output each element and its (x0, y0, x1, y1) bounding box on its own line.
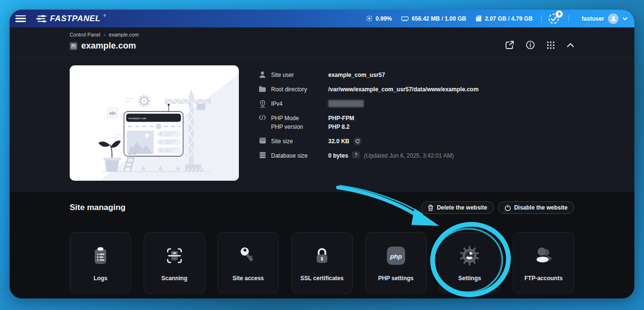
site-size-value: 32.0 KB (328, 137, 349, 146)
breadcrumb: Control Panel › example.com (70, 32, 139, 37)
info-row-root-directory: Root directory /var/www/example_com_usr5… (259, 85, 574, 94)
database-size-updated: (Updated Jun 6, 2025, 3:42:01 AM) (364, 151, 454, 160)
info-row-ipv4: IPv4 (259, 99, 574, 108)
info-icon (526, 40, 535, 50)
refresh-site-size-button[interactable] (353, 137, 362, 146)
disk-usage-value: 2.07 GB / 4.79 GB (485, 15, 533, 22)
tile-ssl-certificates[interactable]: SSL certificates (291, 232, 353, 294)
user-menu[interactable]: fastuser (582, 13, 628, 24)
page-header: Control Panel › example.com example.com (10, 27, 634, 58)
tile-php-settings[interactable]: php PHP settings (365, 232, 427, 294)
managing-tiles: Logs (70, 232, 574, 294)
notifications-count-badge: 0 (556, 11, 563, 18)
gear-icon (458, 236, 481, 275)
notifications-button[interactable]: 0 (547, 12, 560, 25)
info-label: Site size (271, 137, 328, 146)
wallet-icon (259, 137, 266, 146)
logo-text: FASTPANEL (50, 14, 100, 24)
root-directory-value: /var/www/example_com_usr57/data/www/exam… (328, 85, 479, 94)
user-avatar (608, 13, 619, 24)
code-icon (259, 114, 266, 131)
chevron-up-icon (567, 43, 574, 48)
website-construction-illustration: </> example.com (70, 65, 239, 181)
username: fastuser (582, 15, 604, 22)
collapse-button[interactable] (567, 43, 574, 48)
info-label: PHP version (271, 123, 328, 131)
open-site-button[interactable] (505, 40, 514, 50)
ram-usage-stat: 656.42 MB / 1.00 GB (401, 15, 466, 22)
info-label: Root directory (271, 85, 328, 94)
disable-website-label: Disable the website (514, 204, 568, 211)
info-label: IPv4 (271, 99, 328, 108)
php-mode-value: PHP-FPM (328, 114, 354, 123)
chevron-down-icon (622, 17, 628, 21)
info-label: Site user (271, 71, 328, 79)
tile-label: Scanning (161, 275, 187, 282)
tile-scanning[interactable]: Scanning (144, 232, 205, 294)
tile-label: Settings (458, 275, 481, 282)
info-button[interactable] (526, 40, 535, 50)
info-label: Database size (271, 151, 328, 160)
external-link-icon (505, 40, 514, 50)
breadcrumb-control-panel[interactable]: Control Panel (70, 32, 100, 37)
php-icon: php (385, 236, 407, 275)
grid-icon (546, 41, 555, 50)
info-label: PHP Mode (271, 114, 328, 123)
delete-website-button[interactable]: Delete the website (421, 201, 494, 214)
refresh-icon (355, 139, 360, 144)
fastpanel-logo[interactable]: FASTPANEL ® (36, 14, 106, 24)
section-title: Site managing (70, 203, 125, 212)
site-illustration: </> example.com (70, 65, 239, 181)
location-pin-icon (259, 99, 266, 108)
php-version-value: PHP 8.2 (328, 123, 354, 131)
tile-label: Site access (233, 275, 264, 282)
ftp-accounts-icon (533, 236, 555, 275)
info-row-site-size: Site size 32.0 KB (259, 137, 574, 146)
database-size-value: 0 bytes (328, 151, 348, 160)
key-icon (237, 236, 259, 275)
site-favicon (70, 42, 77, 50)
info-row-database-size: Database size 0 bytes ? (Updated Jun 6, … (259, 151, 574, 160)
disk-usage-stat: 2.07 GB / 4.79 GB (475, 15, 533, 22)
database-icon (259, 151, 266, 160)
tile-label: SSL certificates (300, 275, 344, 282)
cpu-icon (366, 15, 373, 22)
tile-label: FTP-accounts (524, 275, 562, 282)
illustration-domain-text: example.com (128, 116, 147, 120)
php-icon-text: php (389, 253, 402, 260)
disk-icon (475, 15, 482, 22)
lock-icon (311, 236, 333, 275)
tile-ftp-accounts[interactable]: FTP-accounts (513, 232, 574, 294)
breadcrumb-separator: › (104, 32, 106, 37)
user-icon (259, 71, 266, 79)
tile-label: Logs (94, 275, 108, 282)
svg-text:</>: </> (109, 111, 115, 116)
folder-icon (259, 85, 266, 94)
apps-grid-button[interactable] (546, 41, 555, 50)
topbar-divider (569, 15, 569, 23)
tile-site-access[interactable]: Site access (217, 232, 279, 294)
cpu-usage-value: 0.99% (376, 15, 392, 22)
info-row-php: PHP Mode PHP version PHP-FPM PHP 8.2 (259, 114, 574, 131)
tile-settings[interactable]: Settings (439, 232, 500, 294)
disable-website-button[interactable]: Disable the website (498, 201, 574, 214)
info-row-site-user: Site user example_com_usr57 (259, 71, 574, 79)
site-managing-section: Site managing Delete the website (10, 192, 634, 298)
database-size-help[interactable]: ? (352, 151, 360, 159)
ram-usage-value: 656.42 MB / 1.00 GB (412, 15, 466, 22)
hamburger-menu-icon[interactable] (14, 14, 27, 24)
site-info-section: </> example.com (10, 58, 634, 192)
image-icon (71, 44, 76, 49)
tile-logs[interactable]: Logs (70, 232, 131, 294)
site-info-table: Site user example_com_usr57 Root directo… (259, 65, 574, 192)
ipv4-redacted-value (328, 100, 364, 107)
logo-sliders-icon (36, 15, 47, 23)
site-user-value: example_com_usr57 (328, 71, 385, 79)
scanning-icon (164, 236, 185, 275)
ram-icon (401, 15, 409, 22)
topbar-divider (541, 15, 542, 23)
page-title: example.com (81, 41, 136, 51)
person-icon (610, 15, 617, 22)
app-window: FASTPANEL ® 0.99% 656.42 MB / 1.00 GB (10, 10, 634, 298)
delete-website-label: Delete the website (437, 204, 487, 211)
